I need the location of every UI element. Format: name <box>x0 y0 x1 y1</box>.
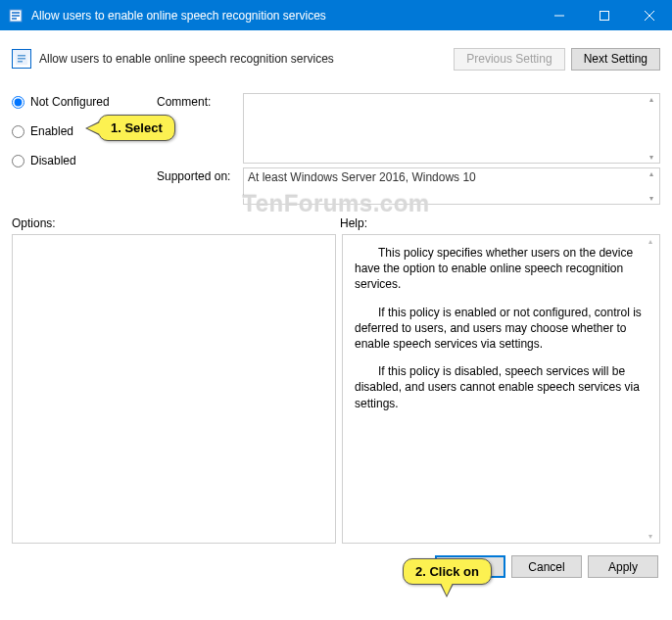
help-paragraph-2: If this policy is enabled or not configu… <box>355 305 648 353</box>
minimize-button[interactable] <box>537 0 582 30</box>
help-label: Help: <box>340 216 367 230</box>
svg-rect-9 <box>18 55 25 57</box>
previous-setting-button[interactable]: Previous Setting <box>454 48 564 71</box>
apply-button[interactable]: Apply <box>588 555 658 578</box>
svg-rect-10 <box>18 58 25 60</box>
options-label: Options: <box>12 216 340 230</box>
supported-on-field <box>243 167 660 205</box>
app-icon <box>8 8 24 24</box>
titlebar: Allow users to enable online speech reco… <box>0 0 672 30</box>
cancel-button[interactable]: Cancel <box>511 555 582 578</box>
svg-rect-1 <box>12 12 20 14</box>
comment-scrollbar[interactable]: ▴▾ <box>645 95 658 162</box>
dialog-buttons: OK Cancel Apply <box>12 555 660 578</box>
radio-not-configured-label: Not Configured <box>30 95 110 109</box>
settings-grid: Not Configured Enabled Disabled Comment:… <box>12 93 660 205</box>
window-title: Allow users to enable online speech reco… <box>31 9 537 23</box>
radio-disabled[interactable]: Disabled <box>12 154 149 167</box>
svg-rect-3 <box>12 18 17 20</box>
client-area: Allow users to enable online speech reco… <box>0 30 672 588</box>
callout-click-on: 2. Click on <box>403 558 492 585</box>
radio-not-configured-input[interactable] <box>12 96 24 109</box>
close-button[interactable] <box>627 0 672 30</box>
lower-labels: Options: Help: <box>12 216 660 230</box>
maximize-button[interactable] <box>582 0 627 30</box>
help-paragraph-1: This policy specifies whether users on t… <box>355 245 648 293</box>
help-paragraph-3: If this policy is disabled, speech servi… <box>355 363 648 411</box>
options-pane <box>12 234 336 544</box>
callout-select: 1. Select <box>98 115 175 141</box>
radio-enabled-label: Enabled <box>30 124 73 138</box>
comment-field[interactable] <box>243 93 660 164</box>
next-setting-button[interactable]: Next Setting <box>571 48 660 71</box>
help-scrollbar[interactable]: ▴▾ <box>644 237 657 541</box>
lower-panes: This policy specifies whether users on t… <box>12 234 660 544</box>
policy-icon <box>12 49 31 69</box>
radio-disabled-input[interactable] <box>12 155 24 167</box>
policy-title: Allow users to enable online speech reco… <box>39 52 454 66</box>
supported-on-scrollbar[interactable]: ▴▾ <box>645 169 658 203</box>
supported-on-label: Supported on: <box>157 167 235 205</box>
svg-rect-11 <box>18 61 23 63</box>
radio-disabled-label: Disabled <box>30 154 76 167</box>
radio-not-configured[interactable]: Not Configured <box>12 95 149 109</box>
svg-rect-5 <box>600 11 609 20</box>
header-row: Allow users to enable online speech reco… <box>12 40 660 77</box>
radio-enabled-input[interactable] <box>12 125 24 138</box>
svg-rect-2 <box>12 15 20 17</box>
help-pane: This policy specifies whether users on t… <box>342 234 660 544</box>
